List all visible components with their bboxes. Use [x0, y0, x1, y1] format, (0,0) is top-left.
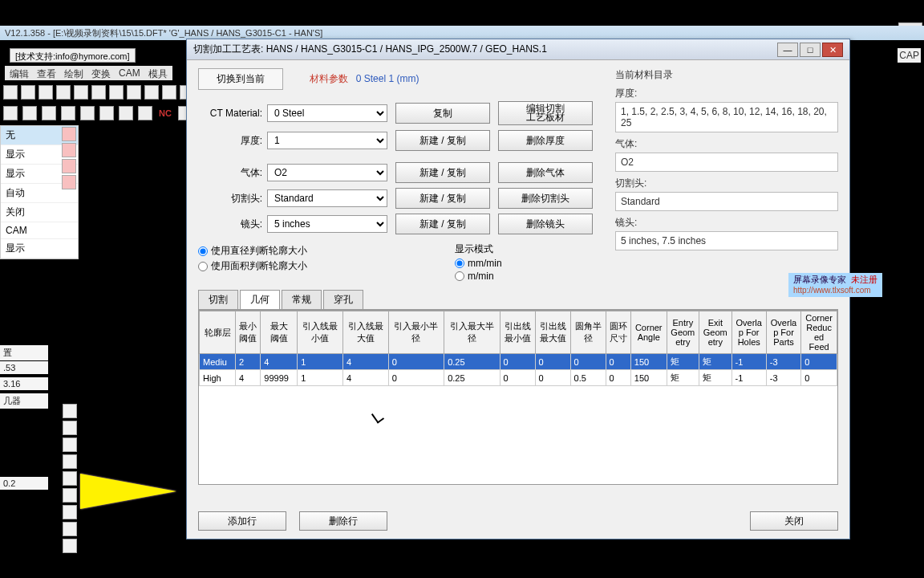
radio-area[interactable]: 使用面积判断轮廓大小: [198, 259, 407, 273]
grid-header[interactable]: 圆角半 径: [570, 311, 606, 354]
table-row[interactable]: High4999991400.25000.50150矩矩-1-30: [200, 370, 837, 386]
gas-new-button[interactable]: 新建 / 复制: [395, 162, 490, 183]
tool-icon[interactable]: [21, 85, 35, 100]
dialog-close-button[interactable]: ✕: [822, 43, 843, 57]
color-swatch-icon[interactable]: [62, 175, 76, 189]
add-row-button[interactable]: 添加行: [198, 511, 286, 531]
grid-cell[interactable]: 0.5: [570, 370, 606, 386]
grid-cell[interactable]: 1: [298, 354, 343, 370]
grid-cell[interactable]: 4: [261, 354, 298, 370]
grid-cell[interactable]: High: [200, 370, 236, 386]
vtool-icon[interactable]: [63, 438, 77, 452]
grid-header[interactable]: 引出线 最小值: [500, 311, 535, 354]
grid-cell[interactable]: 4: [342, 370, 388, 386]
tool-icon[interactable]: [109, 85, 124, 100]
grid-cell[interactable]: 0: [500, 370, 535, 386]
cuthead-new-button[interactable]: 新建 / 复制: [395, 188, 490, 209]
tool-icon[interactable]: [119, 106, 133, 120]
grid-header[interactable]: Exit Geom etry: [699, 311, 732, 354]
vtool-icon[interactable]: [63, 539, 77, 553]
grid-cell[interactable]: 0: [570, 354, 606, 370]
grid-header[interactable]: 引出线 最大值: [535, 311, 570, 354]
tool-icon[interactable]: [162, 85, 176, 100]
tool-icon[interactable]: [74, 85, 88, 100]
tool-icon[interactable]: [127, 85, 141, 100]
thickness-select[interactable]: 1: [267, 132, 387, 149]
grid-cell[interactable]: 0: [606, 370, 630, 386]
tab-cut[interactable]: 切割: [198, 290, 238, 309]
grid-header[interactable]: Overla p For Holes: [732, 311, 766, 354]
grid-header[interactable]: Entry Geom etry: [667, 311, 699, 354]
grid-cell[interactable]: 150: [630, 370, 667, 386]
tool-icon[interactable]: [3, 106, 18, 120]
grid-cell[interactable]: 4: [236, 370, 261, 386]
tool-icon[interactable]: [42, 106, 56, 120]
tool-icon[interactable]: [3, 85, 18, 100]
color-swatch-icon[interactable]: [62, 143, 76, 157]
grid-cell[interactable]: 0: [801, 370, 837, 386]
grid-cell[interactable]: 0.25: [444, 370, 500, 386]
grid-cell[interactable]: 0: [606, 354, 630, 370]
lens-select[interactable]: 5 inches: [267, 215, 387, 233]
radio-m-min[interactable]: m/min: [455, 271, 502, 282]
tool-icon[interactable]: [99, 106, 114, 120]
grid-cell[interactable]: 1: [298, 370, 343, 386]
grid-cell[interactable]: 150: [630, 354, 667, 370]
grid-cell[interactable]: 矩: [699, 370, 732, 386]
nc-label[interactable]: NC: [157, 108, 173, 118]
grid-header[interactable]: 引入线最 小值: [298, 311, 343, 354]
tool-icon[interactable]: [61, 106, 75, 120]
grid-cell[interactable]: 2: [236, 354, 261, 370]
ct-material-select[interactable]: 0 Steel: [267, 104, 387, 122]
radio-mm-min[interactable]: mm/min: [455, 258, 502, 269]
tool-icon[interactable]: [38, 85, 53, 100]
gas-delete-button[interactable]: 删除气体: [498, 162, 593, 183]
dialog-titlebar[interactable]: 切割加工工艺表: HANS / HANS_G3015-C1 / HANS_IPG…: [187, 39, 849, 60]
left-item[interactable]: 显示: [1, 239, 78, 258]
grid-cell[interactable]: 0: [801, 354, 837, 370]
grid-cell[interactable]: 99999: [261, 370, 298, 386]
grid-header[interactable]: 最大 阈值: [261, 311, 298, 354]
grid-cell[interactable]: -1: [732, 354, 766, 370]
grid-cell[interactable]: 0: [388, 354, 444, 370]
grid-cell[interactable]: 矩: [699, 354, 732, 370]
menu-view[interactable]: 查看: [37, 67, 56, 79]
tool-icon[interactable]: [56, 85, 71, 100]
grid-header[interactable]: 引入最大半 径: [444, 311, 500, 354]
vtool-icon[interactable]: [63, 505, 77, 519]
grid-header[interactable]: 引入线最 大值: [342, 311, 388, 354]
grid-cell[interactable]: 矩: [667, 370, 699, 386]
grid-header[interactable]: Overla p For Parts: [766, 311, 800, 354]
left-item[interactable]: CAM: [1, 222, 78, 239]
grid-cell[interactable]: 0: [535, 370, 570, 386]
dialog-maximize-button[interactable]: □: [800, 43, 821, 57]
grid-cell[interactable]: 0: [500, 354, 535, 370]
gas-select[interactable]: O2: [267, 164, 387, 181]
lens-new-button[interactable]: 新建 / 复制: [395, 214, 490, 234]
grid-header[interactable]: 引入最小半 径: [388, 311, 444, 354]
vtool-icon[interactable]: [63, 471, 77, 486]
color-swatch-icon[interactable]: [62, 159, 76, 173]
close-button[interactable]: 关闭: [750, 511, 838, 531]
grid-cell[interactable]: 0: [535, 354, 570, 370]
radio-diameter[interactable]: 使用直径判断轮廓大小: [198, 244, 407, 258]
grid-header[interactable]: 圆环 尺寸: [606, 311, 630, 354]
grid-header[interactable]: Corner Angle: [630, 311, 667, 354]
cuthead-select[interactable]: Standard: [267, 189, 387, 207]
param-grid[interactable]: 轮廓层最小 阈值最大 阈值引入线最 小值引入线最 大值引入最小半 径引入最大半 …: [198, 310, 838, 485]
grid-cell[interactable]: 0.25: [444, 354, 500, 370]
grid-cell[interactable]: 0: [388, 370, 444, 386]
main-menu-bar[interactable]: 编辑 查看 绘制 变换 CAM 模具: [5, 66, 172, 80]
tab-geometry[interactable]: 几何: [240, 290, 280, 309]
vtool-icon[interactable]: [63, 454, 77, 469]
cuthead-delete-button[interactable]: 删除切割头: [498, 188, 593, 209]
grid-cell[interactable]: Mediu: [200, 354, 236, 370]
grid-cell[interactable]: -3: [766, 354, 800, 370]
thickness-delete-button[interactable]: 删除厚度: [498, 130, 593, 151]
tool-icon[interactable]: [138, 106, 152, 120]
thickness-new-button[interactable]: 新建 / 复制: [395, 130, 490, 151]
grid-header[interactable]: Corner Reduc ed Feed: [801, 311, 837, 354]
switch-current-button[interactable]: 切换到当前: [198, 68, 283, 90]
vtool-icon[interactable]: [63, 404, 77, 418]
color-swatch-icon[interactable]: [62, 127, 76, 141]
